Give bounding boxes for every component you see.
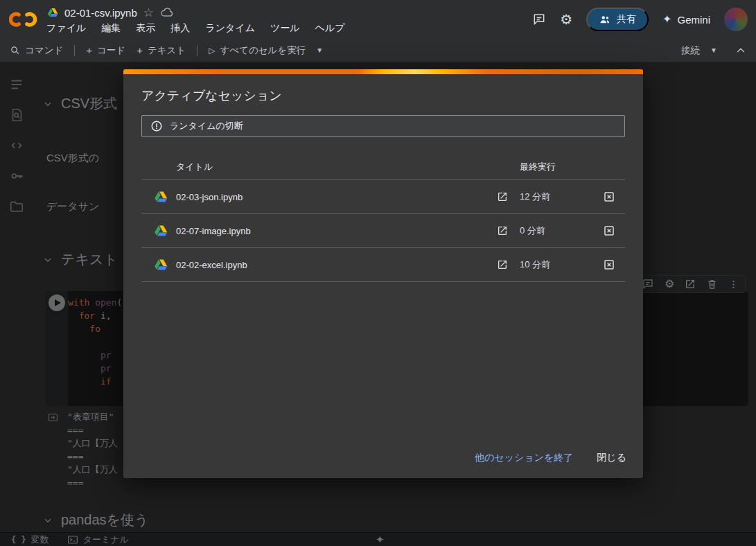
cloud-save-icon[interactable] — [160, 6, 174, 19]
menu-item-view[interactable]: 表示 — [136, 22, 155, 35]
chevron-down-icon[interactable]: ▼ — [710, 47, 717, 54]
session-name: 02-03-json.ipynb — [176, 192, 497, 202]
drive-icon — [154, 190, 168, 204]
terminate-other-sessions-button[interactable]: 他のセッションを終了 — [475, 452, 573, 464]
info-icon — [150, 120, 163, 132]
plus-icon: + — [86, 45, 92, 55]
notebook-title[interactable]: 02-01-csv.ipynb — [64, 7, 137, 19]
column-last-run: 最終実行 — [520, 161, 603, 173]
run-all-button[interactable]: ▷ すべてのセルを実行 ▼ — [209, 44, 323, 57]
add-text-button[interactable]: + テキスト — [137, 44, 186, 57]
drive-file-icon — [47, 7, 58, 18]
active-sessions-dialog: アクティブなセッション ランタイムの切断 タイトル 最終実行 — [123, 69, 643, 478]
colab-app: 02-01-csv.ipynb ☆ ファイル 編集 表示 挿入 ランタイム ツー… — [0, 0, 756, 546]
terminate-session-icon[interactable] — [603, 191, 618, 203]
notebook-toolbar: コマンド + コード + テキスト ▷ すべてのセルを実行 ▼ 接続 ▼ — [0, 39, 756, 62]
header: 02-01-csv.ipynb ☆ ファイル 編集 表示 挿入 ランタイム ツー… — [0, 0, 756, 39]
session-row: 02-03-json.ipynb 12 分前 — [141, 180, 625, 214]
chevron-down-icon[interactable]: ▼ — [316, 47, 323, 54]
sessions-table-header: タイトル 最終実行 — [141, 154, 625, 180]
header-actions: ⚙ 共有 ✦ Gemini — [532, 0, 748, 39]
people-icon — [599, 13, 611, 26]
plus-icon: + — [137, 45, 143, 55]
menu-item-tools[interactable]: ツール — [270, 22, 300, 35]
colab-logo-icon[interactable] — [9, 9, 37, 33]
session-row: 02-07-image.ipynb 0 分前 — [141, 214, 625, 248]
dialog-title: アクティブなセッション — [141, 87, 282, 104]
command-palette-button[interactable]: コマンド — [10, 44, 63, 57]
open-in-new-icon[interactable] — [497, 191, 509, 202]
session-last-run: 10 分前 — [520, 258, 603, 271]
settings-gear-icon[interactable]: ⚙ — [560, 12, 572, 26]
session-name: 02-07-image.ipynb — [176, 226, 497, 236]
menu-bar: ファイル 編集 表示 挿入 ランタイム ツール ヘルプ — [46, 22, 345, 35]
close-dialog-button[interactable]: 閉じる — [597, 452, 626, 464]
toolbar-separator — [197, 45, 197, 56]
star-icon[interactable]: ☆ — [143, 7, 154, 19]
avatar[interactable] — [724, 8, 748, 31]
sessions-table: タイトル 最終実行 02-03-json.ipynb — [141, 154, 625, 282]
menu-item-edit[interactable]: 編集 — [101, 22, 121, 35]
session-last-run: 0 分前 — [520, 224, 603, 237]
comments-icon[interactable] — [532, 12, 546, 26]
terminate-session-icon[interactable] — [603, 224, 618, 237]
open-in-new-icon[interactable] — [497, 259, 509, 270]
session-row: 02-02-excel.ipynb 10 分前 — [141, 248, 625, 282]
collapse-header-icon[interactable] — [735, 45, 746, 56]
play-icon: ▷ — [209, 46, 215, 55]
add-code-button[interactable]: + コード — [86, 44, 125, 57]
menu-item-runtime[interactable]: ランタイム — [205, 22, 255, 35]
gemini-label: Gemini — [677, 14, 710, 26]
gemini-button[interactable]: ✦ Gemini — [662, 14, 710, 26]
terminate-session-icon[interactable] — [603, 258, 618, 271]
session-name: 02-02-excel.ipynb — [176, 260, 497, 270]
search-icon — [10, 45, 20, 55]
open-in-new-icon[interactable] — [497, 225, 509, 236]
gemini-sparkle-icon: ✦ — [662, 14, 671, 25]
share-button[interactable]: 共有 — [586, 8, 649, 31]
column-title: タイトル — [176, 161, 497, 173]
menu-item-insert[interactable]: 挿入 — [170, 22, 190, 35]
connect-button[interactable]: 接続 ▼ — [681, 44, 717, 57]
title-row: 02-01-csv.ipynb ☆ — [47, 5, 174, 20]
dialog-actions: 他のセッションを終了 閉じる — [475, 452, 626, 464]
drive-icon — [154, 224, 168, 238]
drive-icon — [154, 258, 168, 272]
share-label: 共有 — [617, 13, 636, 26]
disconnect-runtime-button[interactable]: ランタイムの切断 — [141, 115, 625, 137]
session-last-run: 12 分前 — [520, 191, 603, 203]
menu-item-file[interactable]: ファイル — [46, 22, 86, 35]
menu-item-help[interactable]: ヘルプ — [315, 22, 345, 35]
toolbar-separator — [74, 45, 75, 56]
loading-progress-bar — [123, 69, 643, 74]
